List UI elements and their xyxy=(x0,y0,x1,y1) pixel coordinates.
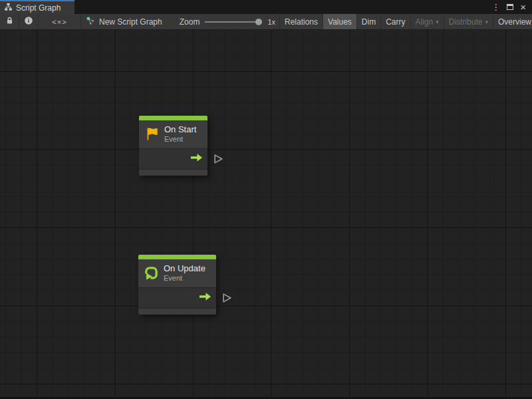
new-script-graph-label: New Script Graph xyxy=(99,17,162,27)
control-output-arrow-icon[interactable] xyxy=(190,153,203,165)
zoom-slider-track xyxy=(205,21,262,23)
node-color-bar xyxy=(138,255,216,259)
maximize-icon[interactable] xyxy=(507,4,513,10)
info-icon xyxy=(24,16,33,27)
loop-icon xyxy=(144,265,159,281)
node-title: On Update xyxy=(164,264,205,274)
relations-label: Relations xyxy=(285,17,318,27)
code-brackets-icon: <×> xyxy=(52,18,66,26)
relations-button[interactable]: Relations xyxy=(279,14,323,29)
mini-graph-icon xyxy=(86,17,95,27)
distribute-dropdown[interactable]: Distribute ▾ xyxy=(444,14,493,29)
zoom-slider[interactable] xyxy=(205,19,262,25)
chevron-down-icon: ▾ xyxy=(436,19,439,25)
edit-graph-button[interactable]: <×> xyxy=(39,14,81,29)
values-label: Values xyxy=(328,17,352,27)
output-port-triangle[interactable] xyxy=(222,292,232,303)
overview-button[interactable]: Overview xyxy=(493,14,532,29)
carry-button[interactable]: Carry xyxy=(380,14,410,29)
zoom-label: Zoom xyxy=(180,17,200,27)
node-title: On Start xyxy=(164,125,196,135)
dim-label: Dim xyxy=(362,17,376,27)
new-script-graph-button[interactable]: New Script Graph xyxy=(81,14,170,29)
node-subtitle: Event xyxy=(164,135,196,144)
distribute-label: Distribute xyxy=(449,17,483,27)
chevron-down-icon: ▾ xyxy=(485,19,488,25)
node-footer xyxy=(138,309,216,315)
script-graph-window: Script Graph ⋮ × xyxy=(0,0,532,399)
window-controls: ⋮ × xyxy=(491,0,532,14)
graph-toolbar: <×> New Script Graph Zoom 1x xyxy=(0,14,532,30)
node-footer xyxy=(139,170,207,176)
node-titles: On Start Event xyxy=(164,125,196,144)
graph-canvas[interactable]: On Start Event xyxy=(0,30,532,399)
control-output-arrow-icon[interactable] xyxy=(199,292,211,304)
node-color-bar xyxy=(139,116,207,120)
zoom-slider-thumb[interactable] xyxy=(255,19,262,25)
output-port-triangle[interactable] xyxy=(213,153,223,164)
align-dropdown[interactable]: Align ▾ xyxy=(410,14,444,29)
node-port-row xyxy=(139,148,207,170)
node-titles: On Update Event xyxy=(164,264,205,283)
node-subtitle: Event xyxy=(164,274,205,283)
tab-bar: Script Graph ⋮ × xyxy=(0,0,532,14)
dim-button[interactable]: Dim xyxy=(356,14,380,29)
node-on-start[interactable]: On Start Event xyxy=(139,116,207,176)
tab-script-graph[interactable]: Script Graph xyxy=(0,0,74,14)
lock-button[interactable] xyxy=(0,14,19,29)
node-header: On Start Event xyxy=(139,120,207,148)
carry-label: Carry xyxy=(386,17,405,27)
flag-icon xyxy=(144,126,160,142)
tab-title: Script Graph xyxy=(16,3,61,13)
kebab-menu-icon[interactable]: ⋮ xyxy=(491,3,500,11)
zoom-control: Zoom 1x xyxy=(170,14,279,29)
lock-icon xyxy=(5,16,14,27)
zoom-value: 1x xyxy=(267,18,275,26)
node-header: On Update Event xyxy=(138,259,216,287)
values-button[interactable]: Values xyxy=(323,14,356,29)
graph-hierarchy-icon xyxy=(4,3,13,13)
close-icon[interactable]: × xyxy=(520,2,526,12)
tabbar-spacer xyxy=(74,0,491,14)
inspector-button[interactable] xyxy=(19,14,39,29)
overview-label: Overview xyxy=(498,17,531,27)
toolbar-toggle-group: Relations Values Dim Carry Align ▾ Distr… xyxy=(279,14,532,29)
node-on-update[interactable]: On Update Event xyxy=(138,255,216,315)
align-label: Align xyxy=(416,17,434,27)
node-port-row xyxy=(138,287,216,309)
